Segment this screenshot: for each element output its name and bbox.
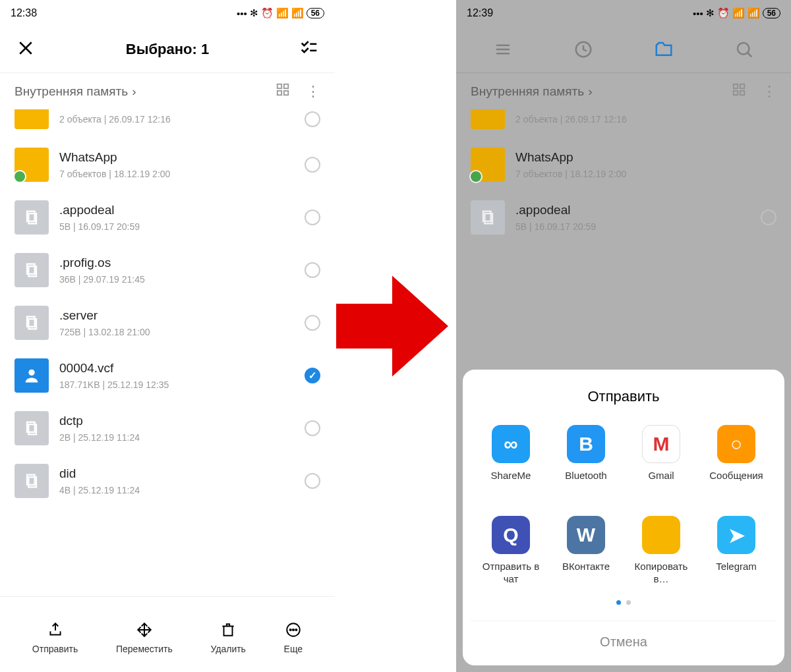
breadcrumb: Внутренняя память › ⋮: [456, 72, 791, 109]
battery-indicator: 56: [763, 8, 780, 18]
alarm-icon: ⏰: [717, 7, 730, 19]
app-icon: W: [567, 516, 605, 554]
share-app[interactable]: ∞ ShareMe: [476, 425, 546, 496]
file-type-icon: [15, 411, 49, 445]
file-name: 00004.vcf: [59, 361, 294, 376]
selection-header: Выбрано: 1: [0, 26, 335, 72]
file-row[interactable]: 2 объекта | 26.09.17 12:16›: [456, 109, 791, 138]
selection-radio[interactable]: [305, 473, 320, 489]
app-icon: [642, 516, 680, 554]
selection-radio[interactable]: [305, 157, 320, 173]
cancel-button[interactable]: Отмена: [471, 621, 776, 650]
svg-rect-30: [734, 84, 738, 88]
selection-radio[interactable]: [305, 315, 320, 331]
file-meta: 187.71KB | 25.12.19 12:35: [59, 379, 294, 390]
selection-radio[interactable]: [305, 111, 320, 127]
svg-rect-32: [734, 91, 738, 95]
app-icon: ➤: [717, 516, 755, 554]
file-row[interactable]: WhatsApp 7 объектов | 18.12.19 2:00›: [456, 138, 791, 191]
share-app[interactable]: ○ Сообщения: [701, 425, 771, 496]
file-row[interactable]: 00004.vcf 187.71KB | 25.12.19 12:35: [0, 349, 335, 402]
file-meta: 4B | 25.12.19 11:24: [59, 485, 294, 495]
close-icon[interactable]: [16, 38, 36, 61]
file-name: .appodeal: [59, 203, 294, 217]
grid-view-icon[interactable]: [276, 82, 290, 100]
file-list: 2 объекта | 26.09.17 12:16 WhatsApp 7 об…: [0, 109, 335, 596]
app-label: Сообщения: [709, 470, 763, 496]
app-label: Отправить в чат: [476, 561, 546, 587]
selection-radio[interactable]: [305, 262, 320, 278]
grid-view-icon[interactable]: [732, 82, 746, 100]
file-meta: 5B | 16.09.17 20:59: [515, 221, 750, 232]
file-type-icon: [15, 200, 49, 235]
kebab-menu-icon[interactable]: ⋮: [762, 83, 776, 100]
selection-radio[interactable]: [305, 368, 320, 383]
file-row[interactable]: WhatsApp 7 объектов | 18.12.19 2:00: [0, 138, 335, 191]
folder-tab-icon[interactable]: [654, 40, 674, 59]
chevron-right-icon: ›: [132, 84, 136, 99]
recent-tab-icon[interactable]: [573, 40, 593, 59]
share-app[interactable]: ➤ Telegram: [701, 516, 771, 587]
svg-rect-6: [278, 91, 281, 95]
share-app[interactable]: Копировать в…: [626, 516, 696, 587]
file-name: .server: [59, 308, 294, 323]
file-type-icon: [471, 148, 505, 182]
svg-line-29: [747, 53, 751, 57]
search-icon[interactable]: [734, 40, 754, 59]
signal-icon: 📶: [276, 7, 289, 19]
file-meta: 2B | 25.12.19 11:24: [59, 432, 294, 443]
file-type-icon: [471, 200, 505, 235]
selection-radio[interactable]: [305, 420, 320, 436]
share-app[interactable]: B Bluetooth: [551, 425, 621, 496]
file-row[interactable]: .server 725B | 13.02.18 21:00: [0, 296, 335, 349]
file-row[interactable]: 2 объекта | 26.09.17 12:16: [0, 109, 335, 138]
share-app[interactable]: Q Отправить в чат: [476, 516, 546, 587]
share-sheet: Отправить ∞ ShareMeB BluetoothM Gmail○ С…: [463, 370, 784, 665]
wifi-icon: 📶: [291, 7, 304, 19]
share-app[interactable]: M Gmail: [626, 425, 696, 496]
top-tabs: [456, 26, 791, 72]
file-meta: 2 объекта | 26.09.17 12:16: [515, 114, 761, 125]
app-icon: ∞: [492, 425, 530, 463]
file-row[interactable]: .appodeal 5B | 16.09.17 20:59: [0, 191, 335, 244]
svg-point-14: [28, 370, 34, 376]
file-name: did: [59, 466, 294, 481]
share-app[interactable]: W ВКонтакте: [551, 516, 621, 587]
svg-point-22: [295, 629, 297, 630]
app-icon: B: [567, 425, 605, 463]
chevron-right-icon: ›: [772, 156, 776, 173]
app-icon: Q: [492, 516, 530, 554]
file-meta: 36B | 29.07.19 21:45: [59, 274, 294, 285]
status-indicators: ••• ✻ ⏰ 📶 📶 56: [693, 7, 780, 19]
breadcrumb-path[interactable]: Внутренняя память ›: [471, 84, 592, 99]
file-name: WhatsApp: [59, 150, 294, 165]
file-type-icon: [15, 464, 49, 498]
sheet-title: Отправить: [471, 388, 776, 405]
file-row[interactable]: .profig.os 36B | 29.07.19 21:45: [0, 244, 335, 296]
breadcrumb: Внутренняя память › ⋮: [0, 72, 335, 109]
file-meta: 5B | 16.09.17 20:59: [59, 221, 294, 232]
svg-point-20: [289, 629, 291, 630]
file-name: .appodeal: [515, 203, 750, 217]
send-button[interactable]: Отправить: [32, 621, 78, 654]
file-row[interactable]: .appodeal 5B | 16.09.17 20:59: [456, 191, 791, 244]
file-type-icon: [15, 253, 49, 287]
app-label: Копировать в…: [626, 561, 696, 587]
file-type-icon: [15, 358, 49, 393]
file-row[interactable]: dctp 2B | 25.12.19 11:24: [0, 402, 335, 455]
selection-radio[interactable]: [305, 210, 320, 225]
kebab-menu-icon[interactable]: ⋮: [306, 83, 320, 100]
bluetooth-icon: ✻: [706, 7, 715, 19]
app-label: ShareMe: [491, 470, 531, 496]
file-row[interactable]: did 4B | 25.12.19 11:24: [0, 455, 335, 507]
menu-icon[interactable]: [493, 40, 513, 59]
status-time: 12:39: [467, 7, 493, 19]
share-apps-grid: ∞ ShareMeB BluetoothM Gmail○ СообщенияQ …: [471, 425, 776, 587]
delete-button[interactable]: Удалить: [210, 621, 245, 654]
selection-radio[interactable]: [761, 210, 776, 225]
breadcrumb-path[interactable]: Внутренняя память ›: [15, 84, 136, 99]
select-all-icon[interactable]: [299, 38, 319, 61]
svg-rect-31: [740, 84, 744, 88]
more-button[interactable]: Еще: [284, 621, 303, 654]
move-button[interactable]: Переместить: [116, 621, 173, 654]
